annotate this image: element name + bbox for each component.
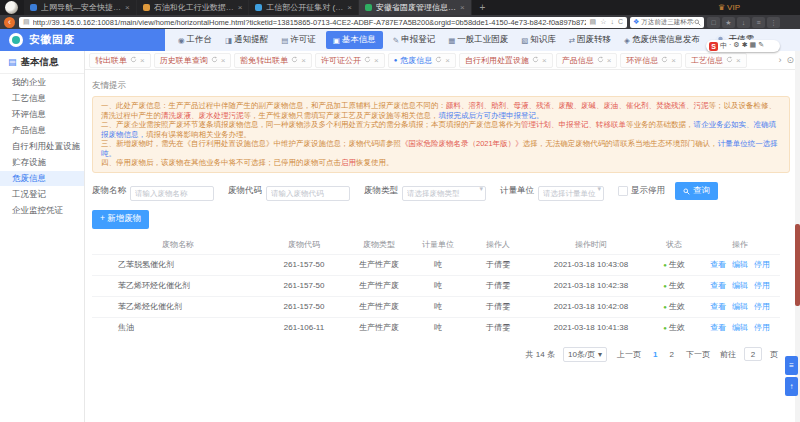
page-tab-4[interactable]: 许可证公开× xyxy=(315,53,385,68)
url-field[interactable]: ▤ http://39.145.0.162:10081/main/view/ho… xyxy=(19,17,627,28)
sidebar-item-hazardous-waste-info[interactable]: 危废信息 xyxy=(0,171,84,186)
nav-item-workbench[interactable]: ◉工作台 xyxy=(175,32,215,48)
show-disabled-toggle[interactable]: 显示停用 xyxy=(618,185,665,197)
nav-item-notifications[interactable]: ◨通知提醒 xyxy=(222,32,271,48)
tab-close-icon[interactable]: × xyxy=(542,56,547,65)
sidebar-item-storage-facility[interactable]: 贮存设施 xyxy=(0,155,84,170)
tab-refresh-icon[interactable] xyxy=(130,56,137,65)
prev-page-button[interactable]: 上一页 xyxy=(615,349,643,360)
action-disable[interactable]: 停用 xyxy=(754,323,770,332)
action-view[interactable]: 查看 xyxy=(710,302,726,311)
ime-item-5[interactable]: ▦ xyxy=(750,41,757,51)
tab-close-icon[interactable]: × xyxy=(221,56,226,65)
jump-page-input[interactable] xyxy=(744,347,762,361)
tab-close-icon[interactable]: × xyxy=(607,56,612,65)
sidebar-item-my-company[interactable]: 我的企业 xyxy=(0,75,84,90)
page-tab-9[interactable]: 工艺信息× xyxy=(685,53,747,68)
tab-refresh-icon[interactable] xyxy=(435,56,442,65)
extension-button[interactable]: □ xyxy=(707,17,720,28)
add-waste-button[interactable]: + 新增废物 xyxy=(92,210,149,229)
tab-refresh-icon[interactable] xyxy=(597,56,604,65)
nav-item-basic-info[interactable]: ▣基本信息 xyxy=(326,31,383,49)
new-tab-button[interactable]: + xyxy=(472,2,494,13)
tab-close-icon[interactable]: × xyxy=(238,3,243,12)
back-button[interactable]: ‹ xyxy=(4,17,15,28)
browser-tab-4[interactable]: 安徽省固废管理信息…× xyxy=(359,0,472,15)
tab-refresh-icon[interactable] xyxy=(211,56,218,65)
page-number-2[interactable]: 2 xyxy=(668,350,676,359)
tab-refresh-icon[interactable] xyxy=(364,56,371,65)
action-edit[interactable]: 编辑 xyxy=(732,323,748,332)
tab-close-icon[interactable]: × xyxy=(460,3,465,12)
page-tab-1[interactable]: 转出联单× xyxy=(89,53,151,68)
browser-tab-3[interactable]: 工信部公开征集对 (…× xyxy=(249,0,359,15)
browser-logo-icon[interactable] xyxy=(5,1,18,14)
more-button[interactable]: ⋮ xyxy=(767,17,780,28)
ime-logo-icon[interactable]: S xyxy=(709,42,718,51)
sidebar-item-product-info[interactable]: 产品信息 xyxy=(0,123,84,138)
tab-refresh-icon[interactable] xyxy=(726,56,733,65)
vip-badge[interactable]: ♛ VIP xyxy=(718,3,800,12)
bookmarks-button[interactable]: ★ xyxy=(722,17,735,28)
action-edit[interactable]: 编辑 xyxy=(732,302,748,311)
browser-tab-1[interactable]: 上网导航—安全快捷…× xyxy=(24,0,137,15)
per-page-select[interactable]: 10条/页▾ xyxy=(563,347,607,362)
nav-item-knowledge-base[interactable]: ▧知识库 xyxy=(518,32,559,48)
action-edit[interactable]: 编辑 xyxy=(732,281,748,290)
page-tab-3[interactable]: 豁免转出联单× xyxy=(234,53,312,68)
refresh-page-icon[interactable]: C xyxy=(618,18,623,26)
ime-toolbar[interactable]: S 中·⚙✱▦✎ xyxy=(706,40,780,52)
download-page-icon[interactable]: ↓ xyxy=(610,18,614,26)
tab-close-icon[interactable]: × xyxy=(736,56,741,65)
action-edit[interactable]: 编辑 xyxy=(732,260,748,269)
waste-name-input[interactable] xyxy=(130,186,214,201)
nav-item-supply-demand-publish[interactable]: ◈危废供需信息发布 xyxy=(621,32,703,48)
action-disable[interactable]: 停用 xyxy=(754,281,770,290)
waste-type-input[interactable] xyxy=(402,186,486,201)
ime-item-1[interactable]: 中 xyxy=(720,41,727,51)
floating-back-top-widget[interactable]: ↑ xyxy=(785,377,798,396)
nav-item-waste-transfer[interactable]: ⇄固废转移 xyxy=(566,32,614,48)
tab-close-icon[interactable]: × xyxy=(140,56,145,65)
checkbox-icon[interactable] xyxy=(618,186,628,196)
ime-item-4[interactable]: ✱ xyxy=(742,41,748,51)
next-page-button[interactable]: 下一页 xyxy=(684,349,712,360)
page-tab-2[interactable]: 历史联单查询× xyxy=(154,53,232,68)
action-disable[interactable]: 停用 xyxy=(754,260,770,269)
browser-search-box[interactable]: ❖ 万达前进三建杯示社 xyxy=(630,17,704,28)
floating-service-widget[interactable]: ≡ xyxy=(785,356,798,375)
browser-tab-2[interactable]: 石油和化工行业数据…× xyxy=(137,0,250,15)
tab-close-icon[interactable]: × xyxy=(347,3,352,12)
page-tab-8[interactable]: 环评信息× xyxy=(620,53,682,68)
reader-mode-icon[interactable]: ▤ xyxy=(590,18,597,26)
tab-menu-icon[interactable]: ⊙ xyxy=(786,55,794,65)
tab-refresh-icon[interactable] xyxy=(532,56,539,65)
ime-item-2[interactable]: · xyxy=(729,41,731,51)
downloads-button[interactable]: ↓ xyxy=(737,17,750,28)
sidebar-item-monitor-certificate[interactable]: 企业监控凭证 xyxy=(0,203,84,218)
scrollbar-thumb[interactable] xyxy=(795,224,800,306)
unit-input[interactable] xyxy=(538,186,604,201)
tab-overflow-icon[interactable]: › xyxy=(778,55,781,65)
page-tab-5[interactable]: ●危废信息× xyxy=(388,53,456,68)
tab-close-icon[interactable]: × xyxy=(445,56,450,65)
nav-item-declaration[interactable]: ✎申报登记 xyxy=(390,32,438,48)
tab-refresh-icon[interactable] xyxy=(661,56,668,65)
tab-close-icon[interactable]: × xyxy=(125,3,130,12)
sidebar-item-eia-info[interactable]: 环评信息 xyxy=(0,107,84,122)
sidebar-item-process-info[interactable]: 工艺信息 xyxy=(0,91,84,106)
page-number-1[interactable]: 1 xyxy=(651,350,659,359)
tab-close-icon[interactable]: × xyxy=(301,56,306,65)
sidebar-item-self-disposal-facility[interactable]: 自行利用处置设施 xyxy=(0,139,84,154)
nav-item-license[interactable]: ▤许可证 xyxy=(278,32,319,48)
action-view[interactable]: 查看 xyxy=(710,281,726,290)
action-view[interactable]: 查看 xyxy=(710,260,726,269)
search-button[interactable]: 查询 xyxy=(675,182,718,200)
nav-item-general-solid-waste[interactable]: ▦一般工业固废 xyxy=(445,32,511,48)
action-disable[interactable]: 停用 xyxy=(754,302,770,311)
tab-close-icon[interactable]: × xyxy=(671,56,676,65)
waste-code-input[interactable] xyxy=(266,186,350,201)
page-tab-6[interactable]: 自行利用处置设施× xyxy=(459,53,553,68)
action-view[interactable]: 查看 xyxy=(710,323,726,332)
menu-button[interactable]: ≡ xyxy=(752,17,765,28)
